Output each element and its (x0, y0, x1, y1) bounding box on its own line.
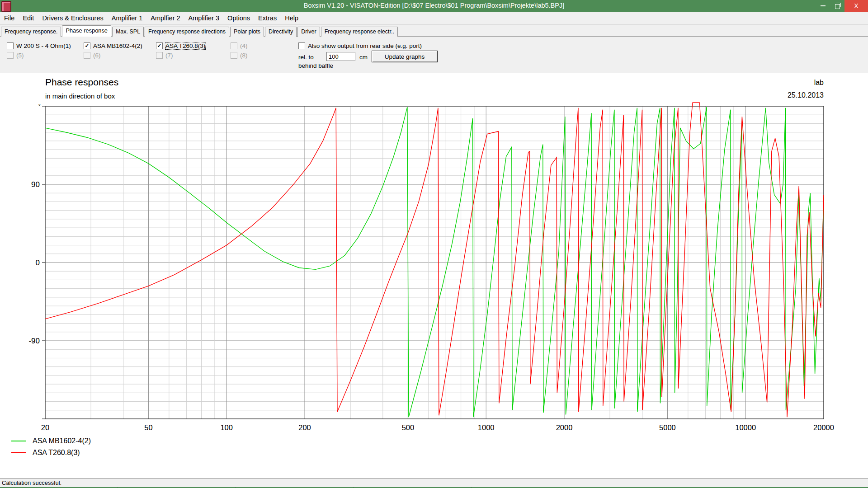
menu-file[interactable]: File (0, 13, 19, 23)
menu-extras[interactable]: Extras (254, 13, 281, 23)
svg-text:90: 90 (31, 180, 40, 189)
svg-text:100: 100 (220, 423, 233, 432)
menu-options[interactable]: Options (223, 13, 254, 23)
svg-text:0: 0 (36, 258, 40, 267)
channel-7-checkbox (156, 52, 163, 59)
update-graphs-button[interactable]: Update graphs (372, 51, 438, 62)
svg-text:2000: 2000 (556, 423, 573, 432)
rel-to-label: rel. to (298, 54, 314, 61)
channel-6-checkbox (84, 52, 90, 59)
channel-1-checkbox[interactable] (7, 42, 14, 49)
legend-label-2: ASA T260.8(3) (33, 449, 80, 457)
channel-3[interactable]: ✓ASA T260.8(3) (156, 42, 205, 49)
menu-amplifier-2[interactable]: Amplfier 2 (146, 13, 184, 23)
svg-text:-90: -90 (28, 337, 40, 345)
channel-7: (7) (156, 52, 173, 59)
svg-text:500: 500 (402, 423, 415, 432)
channel-8-checkbox (231, 52, 237, 59)
channel-5: (5) (7, 52, 24, 59)
svg-text:10000: 10000 (735, 423, 756, 432)
status-text: Calculation successful. (2, 479, 61, 486)
svg-text:20000: 20000 (813, 423, 834, 432)
svg-text:50: 50 (144, 423, 152, 432)
channel-6: (6) (84, 52, 101, 59)
chart-subtitle: in main direction of box (45, 92, 115, 100)
svg-text:1000: 1000 (478, 423, 495, 432)
title-bar: Boxsim V1.20 - VISATON-Edition [D:\$07 E… (0, 0, 868, 12)
close-icon: X (854, 2, 858, 9)
chart-date: 25.10.2013 (788, 91, 824, 99)
minimize-button[interactable] (816, 0, 830, 12)
phase-chart-area: Phase responses in main direction of box… (0, 73, 868, 478)
channel-4-checkbox (231, 42, 237, 49)
rear-side-option[interactable]: Also show output from rear side (e.g. po… (298, 42, 422, 49)
restore-button[interactable] (830, 0, 844, 12)
svg-text:20: 20 (41, 423, 49, 432)
close-button[interactable]: X (844, 0, 868, 12)
tab-strip: Frequency response. Phase response Max. … (0, 25, 868, 37)
tab-phase-response[interactable]: Phase response (62, 25, 111, 37)
legend-line-2 (11, 452, 26, 453)
channel-1[interactable]: W 200 S - 4 Ohm(1) (7, 42, 71, 49)
tab-frequency-response[interactable]: Frequency response. (1, 27, 61, 37)
svg-text:°: ° (38, 103, 41, 109)
channel-2[interactable]: ✓ASA MB1602-4(2) (84, 42, 142, 49)
tab-driver[interactable]: Driver (297, 27, 320, 37)
minimize-icon (821, 5, 826, 6)
rear-side-checkbox[interactable] (298, 42, 305, 49)
channel-3-checkbox[interactable]: ✓ (156, 42, 163, 49)
channel-8: (8) (231, 52, 248, 59)
status-bar: Calculation successful. (0, 478, 868, 487)
phase-plot: 900-90°205010020050010002000500010000200… (0, 73, 868, 478)
legend-line-1 (11, 441, 26, 441)
distance-input[interactable] (326, 52, 355, 61)
tab-frequency-response-directions[interactable]: Frequency response directions (145, 27, 229, 37)
svg-text:200: 200 (298, 423, 311, 432)
legend-label-1: ASA MB1602-4(2) (33, 437, 91, 445)
menu-edit[interactable]: Edit (19, 13, 38, 23)
channel-5-checkbox (7, 52, 14, 59)
menu-drivers-enclosures[interactable]: Drivers & Enclosures (38, 13, 107, 23)
restore-icon (835, 4, 840, 9)
legend-item-2: ASA T260.8(3) (11, 449, 80, 457)
tab-directivity[interactable]: Directivity (265, 27, 297, 37)
menu-amplifier-3[interactable]: Amplifier 3 (184, 13, 224, 23)
menu-bar: File Edit Drivers & Enclosures Amplifier… (0, 12, 868, 25)
control-panel: W 200 S - 4 Ohm(1) ✓ASA MB1602-4(2) ✓ASA… (0, 37, 868, 73)
window-title: Boxsim V1.20 - VISATON-Edition [D:\$07 E… (0, 2, 868, 9)
channel-4: (4) (231, 42, 248, 49)
behind-baffle-label: behind baffle (298, 62, 333, 69)
svg-text:5000: 5000 (659, 423, 676, 432)
channel-2-checkbox[interactable]: ✓ (84, 42, 90, 49)
menu-help[interactable]: Help (281, 13, 302, 23)
project-label: lab (814, 79, 824, 87)
tab-frequency-response-electrical[interactable]: Frequency response electr.. (321, 27, 398, 37)
legend-item-1: ASA MB1602-4(2) (11, 437, 91, 445)
chart-title: Phase responses (45, 77, 118, 88)
unit-label: cm (359, 54, 368, 61)
menu-amplifier-1[interactable]: Amplifier 1 (108, 13, 147, 23)
tab-polar-plots[interactable]: Polar plots (230, 27, 264, 37)
tab-max-spl[interactable]: Max. SPL (112, 27, 144, 37)
boxsim-window: Boxsim V1.20 - VISATON-Edition [D:\$07 E… (0, 0, 868, 488)
